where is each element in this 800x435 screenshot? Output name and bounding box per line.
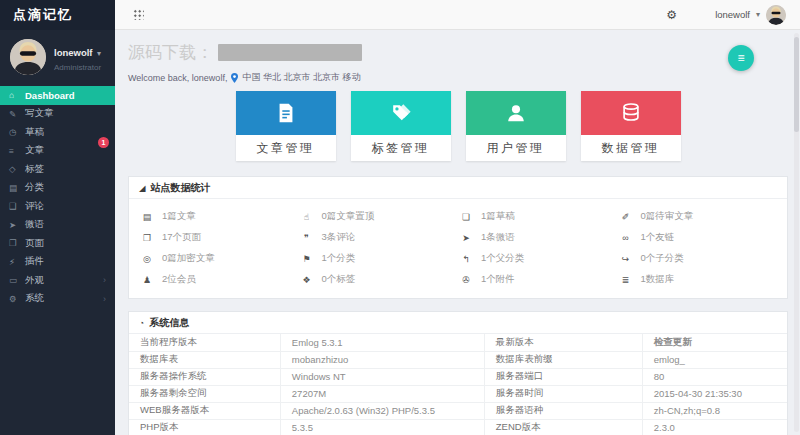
sys-label: 服务器剩余空间 (129, 385, 280, 402)
draft-file-icon: ❏ (460, 212, 472, 222)
stat-text: 2位会员 (162, 273, 196, 286)
home-icon: ⌂ (9, 90, 25, 100)
sidebar-item-label: 分类 (25, 181, 44, 194)
panel-header: ◢ 站点数据统计 (129, 177, 787, 199)
stat-text: 17个页面 (162, 231, 201, 244)
card-tag-management[interactable]: 标签管理 (351, 91, 451, 161)
apps-grid-icon[interactable] (133, 9, 144, 20)
chevron-right-icon: › (103, 294, 106, 304)
stat-attachments: ✇1个附件 (460, 269, 620, 290)
topbar-right: ⚙ lonewolf ▾ (666, 5, 786, 25)
sidebar-item-label: 标签 (25, 163, 44, 176)
link-icon: ∞ (620, 233, 632, 243)
sys-value: 5.3.5 (280, 419, 484, 435)
sidebar-item-label: 插件 (25, 255, 44, 268)
stat-members: ♟2位会员 (141, 269, 301, 290)
stat-text: 1个分类 (322, 252, 356, 265)
sidebar: 点滴记忆 lonewolf ▾ Administrator (0, 0, 115, 435)
sys-label: 服务器操作系统 (129, 368, 280, 385)
sys-label: 服务器时间 (484, 385, 642, 402)
redacted-download-link[interactable] (218, 44, 362, 61)
stat-databases: ≣1数据库 (620, 269, 780, 290)
sys-value: Windows NT (280, 368, 484, 385)
card-label: 标签管理 (351, 135, 451, 161)
quick-menu-button[interactable]: ≡ (728, 45, 754, 71)
plugin-icon: ⚡ (9, 257, 25, 267)
stat-text: 0篇文章置顶 (322, 210, 375, 223)
stat-microblogs: ➤1条微语 (460, 227, 620, 248)
sidebar-item-appearance[interactable]: ▭ 外观 › (0, 271, 115, 290)
system-icon: ⚙ (9, 294, 25, 304)
scrollbar[interactable] (794, 33, 799, 432)
page-head: 源码下载： Welcome back, lonewolf, 中国 华北 北京市 … (128, 41, 788, 84)
thumbs-up-icon: ☝ (301, 212, 313, 222)
card-label: 数据管理 (581, 135, 681, 161)
category-icon: ▤ (9, 183, 25, 193)
twitter-icon: ➤ (9, 220, 25, 230)
sidebar-item-articles[interactable]: ≡ 文章 1 (0, 142, 115, 161)
check-update-link[interactable]: 检查更新 (642, 334, 787, 351)
sidebar-item-tags[interactable]: ◇ 标签 (0, 160, 115, 179)
sidebar-item-label: 文章 (25, 144, 44, 157)
sidebar-item-microblog[interactable]: ➤ 微语 (0, 216, 115, 235)
stat-pending-articles: ✐0篇待审文章 (620, 206, 780, 227)
sys-label: 服务器语种 (484, 402, 642, 419)
sidebar-item-categories[interactable]: ▤ 分类 (0, 179, 115, 198)
sidebar-item-system[interactable]: ⚙ 系统 › (0, 290, 115, 309)
card-article-management[interactable]: 文章管理 (236, 91, 336, 161)
sidebar-item-label: 微语 (25, 218, 44, 231)
gear-icon[interactable]: ⚙ (666, 8, 677, 22)
sidebar-item-label: 草稿 (25, 126, 44, 139)
menu-icon: ≡ (737, 51, 744, 65)
sidebar-item-write-article[interactable]: ✎ 写文章 (0, 105, 115, 124)
sys-label: ZEND版本 (484, 419, 642, 435)
panel-header: ◔ 系统信息 (129, 312, 787, 334)
welcome-text: Welcome back, lonewolf, (128, 73, 227, 83)
card-icon-area (351, 91, 451, 135)
stats-grid: ▤1篇文章 ☝0篇文章置顶 ❏1篇草稿 ✐0篇待审文章 ❐17个页面 ❞3条评论… (129, 199, 787, 298)
site-statistics-panel: ◢ 站点数据统计 ▤1篇文章 ☝0篇文章置顶 ❏1篇草稿 ✐0篇待审文章 ❐17… (128, 176, 788, 299)
stat-sub-categories: ↪0个子分类 (620, 248, 780, 269)
management-cards: 文章管理 标签管理 (128, 91, 788, 161)
stat-text: 0篇加密文章 (162, 252, 215, 265)
table-row: WEB服务器版本 Apache/2.0.63 (Win32) PHP/5.3.5… (129, 402, 787, 419)
stat-text: 0个子分类 (641, 252, 684, 265)
database-icon: ≣ (620, 275, 632, 285)
table-row: 数据库表 mobanzhizuo 数据库表前缀 emlog_ (129, 351, 787, 368)
sidebar-item-comments[interactable]: ❑ 评论 (0, 197, 115, 216)
table-row: PHP版本 5.3.5 ZEND版本 2.3.0 (129, 419, 787, 435)
stat-pages: ❐17个页面 (141, 227, 301, 248)
sidebar-item-label: 外观 (25, 274, 44, 287)
sys-value: 2.3.0 (642, 419, 787, 435)
stat-categories: ⚑1个分类 (301, 248, 461, 269)
stat-text: 1篇草稿 (481, 210, 515, 223)
stat-drafts: ❏1篇草稿 (460, 206, 620, 227)
comments-icon: ❞ (301, 233, 313, 243)
sidebar-item-drafts[interactable]: ◷ 草稿 (0, 123, 115, 142)
sys-label: 最新版本 (484, 334, 642, 351)
user-meta: lonewolf ▾ Administrator (54, 41, 101, 73)
topbar-user-menu[interactable]: lonewolf ▾ (715, 5, 786, 25)
stat-text: 0个标签 (322, 273, 356, 286)
card-user-management[interactable]: 用户管理 (466, 91, 566, 161)
sidebar-item-label: 页面 (25, 237, 44, 250)
card-data-management[interactable]: 数据管理 (581, 91, 681, 161)
sidebar-item-pages[interactable]: ❐ 页面 (0, 234, 115, 253)
flag-icon: ⚑ (301, 254, 313, 264)
page-icon: ❐ (9, 238, 25, 248)
articles-icon: ≡ (9, 146, 25, 156)
bar-chart-icon: ◢ (139, 183, 146, 193)
sidebar-item-label: 系统 (25, 292, 44, 305)
notification-badge: 1 (98, 137, 109, 148)
stat-comments: ❞3条评论 (301, 227, 461, 248)
sys-value: Emlog 5.3.1 (280, 334, 484, 351)
sidebar-item-plugins[interactable]: ⚡ 插件 (0, 253, 115, 272)
appearance-icon: ▭ (9, 275, 25, 285)
scrollbar-thumb[interactable] (794, 37, 799, 132)
card-icon-area (236, 91, 336, 135)
sidebar-user-panel[interactable]: lonewolf ▾ Administrator (0, 30, 115, 85)
system-info-table: 当前程序版本 Emlog 5.3.1 最新版本 检查更新 数据库表 mobanz… (129, 334, 787, 435)
sys-value: zh-CN,zh;q=0.8 (642, 402, 787, 419)
sys-label: PHP版本 (129, 419, 280, 435)
sidebar-item-dashboard[interactable]: ⌂ Dashboard (0, 86, 115, 105)
